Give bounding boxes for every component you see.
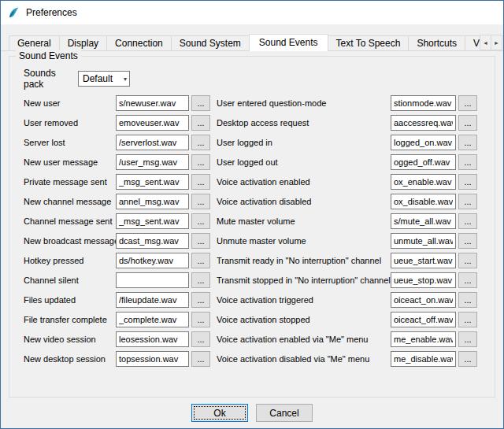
sound-event-row: Transmit stopped in "No interruption" ch… (217, 270, 477, 290)
browse-button[interactable]: ... (191, 351, 210, 367)
sounds-pack-row: Sounds pack Default ▾ (24, 71, 480, 87)
sound-event-row: User logged in... (217, 132, 477, 152)
sound-file-input[interactable] (116, 253, 189, 268)
sound-file-input[interactable] (116, 135, 189, 150)
sound-file-input[interactable] (116, 115, 189, 131)
tab-text-to-speech[interactable]: Text To Speech (328, 35, 410, 50)
browse-button[interactable]: ... (191, 253, 210, 268)
sound-event-label: File transfer complete (24, 315, 116, 324)
browse-button[interactable]: ... (191, 292, 210, 308)
sound-file-input[interactable] (391, 194, 456, 209)
sound-file-input[interactable] (116, 194, 189, 209)
events-grid: New user...User removed...Server lost...… (24, 93, 480, 368)
tab-scroll-left-icon[interactable]: ◄ (480, 35, 491, 50)
browse-button[interactable]: ... (191, 135, 210, 150)
browse-button[interactable]: ... (191, 154, 210, 170)
sound-event-label: Desktop access request (217, 118, 391, 128)
browse-button[interactable]: ... (458, 312, 477, 327)
tab-connection[interactable]: Connection (106, 35, 172, 50)
sounds-pack-select[interactable]: Default ▾ (78, 71, 130, 87)
sound-event-row: Hotkey pressed... (24, 250, 210, 270)
sound-event-label: New user message (24, 157, 116, 167)
sound-file-input[interactable] (116, 351, 189, 367)
tab-sound-events[interactable]: Sound Events (249, 34, 328, 51)
browse-button[interactable]: ... (191, 213, 210, 229)
sound-event-row: Transmit ready in "No interruption" chan… (217, 250, 477, 270)
sound-file-input[interactable] (391, 253, 456, 268)
footer: Ok Cancel (1, 404, 503, 422)
cancel-button[interactable]: Cancel (256, 404, 313, 422)
sound-event-label: Transmit ready in "No interruption" chan… (217, 256, 391, 265)
browse-button[interactable]: ... (458, 351, 477, 367)
sound-file-input[interactable] (116, 312, 189, 327)
browse-button[interactable]: ... (458, 115, 477, 131)
browse-button[interactable]: ... (458, 253, 477, 268)
browse-button[interactable]: ... (191, 115, 210, 131)
sound-file-input[interactable] (391, 95, 456, 111)
sound-file-input[interactable] (116, 233, 189, 249)
sound-file-input[interactable] (116, 95, 189, 111)
tab-display[interactable]: Display (59, 35, 107, 50)
sound-event-label: New broadcast message (24, 236, 116, 246)
sound-event-row: Voice activation stopped... (217, 309, 477, 329)
sound-event-label: Channel silent (24, 276, 116, 285)
sound-file-input[interactable] (391, 135, 456, 150)
sound-event-label: Mute master volume (217, 216, 391, 226)
browse-button[interactable]: ... (458, 272, 477, 288)
browse-button[interactable]: ... (191, 312, 210, 327)
sound-file-input[interactable] (116, 154, 189, 170)
tab-general[interactable]: General (9, 35, 60, 50)
sound-event-label: Voice activation enabled (217, 177, 391, 187)
tab-sound-system[interactable]: Sound System (171, 35, 250, 50)
sound-file-input[interactable] (116, 174, 189, 190)
browse-button[interactable]: ... (458, 292, 477, 308)
sound-file-input[interactable] (116, 213, 189, 229)
group-title: Sound Events (16, 50, 81, 61)
sound-file-input[interactable] (391, 115, 456, 131)
browse-button[interactable]: ... (458, 135, 477, 150)
sound-file-input[interactable] (391, 233, 456, 249)
browse-button[interactable]: ... (191, 95, 210, 111)
sound-file-input[interactable] (391, 351, 456, 367)
sound-file-input[interactable] (116, 292, 189, 308)
sound-event-row: Unmute master volume... (217, 231, 477, 250)
sound-event-label: Hotkey pressed (24, 256, 116, 265)
sound-event-row: User logged out... (217, 152, 477, 172)
sound-event-row: Voice activation disabled... (217, 191, 477, 211)
sound-event-label: Channel message sent (24, 216, 116, 226)
browse-button[interactable]: ... (458, 154, 477, 170)
sound-file-input[interactable] (391, 312, 456, 327)
sound-event-row: Voice activation enabled... (217, 172, 477, 191)
sounds-pack-label: Sounds pack (24, 68, 78, 90)
sound-file-input[interactable] (391, 213, 456, 229)
browse-button[interactable]: ... (458, 174, 477, 190)
sound-event-row: Voice activation disabled via "Me" menu.… (217, 349, 477, 368)
sound-event-label: Voice activation disabled (217, 197, 391, 206)
browse-button[interactable]: ... (458, 331, 477, 347)
sound-file-input[interactable] (391, 174, 456, 190)
sound-file-input[interactable] (116, 272, 189, 288)
sound-file-input[interactable] (391, 331, 456, 347)
browse-button[interactable]: ... (458, 194, 477, 209)
sound-event-row: Server lost... (24, 132, 210, 152)
sound-file-input[interactable] (391, 154, 456, 170)
tab-shortcuts[interactable]: Shortcuts (408, 35, 465, 50)
browse-button[interactable]: ... (191, 233, 210, 249)
sound-file-input[interactable] (391, 272, 456, 288)
window-title: Preferences (26, 7, 77, 18)
tab-bar: GeneralDisplayConnectionSound SystemSoun… (9, 34, 503, 50)
tab-scroll-right-icon[interactable]: ► (491, 35, 502, 50)
browse-button[interactable]: ... (458, 95, 477, 111)
ok-button[interactable]: Ok (191, 404, 248, 422)
browse-button[interactable]: ... (191, 331, 210, 347)
browse-button[interactable]: ... (191, 194, 210, 209)
sound-file-input[interactable] (116, 331, 189, 347)
browse-button[interactable]: ... (191, 272, 210, 288)
tab-scrollers: ◄ ► (480, 35, 502, 50)
sound-file-input[interactable] (391, 292, 456, 308)
browse-button[interactable]: ... (191, 174, 210, 190)
browse-button[interactable]: ... (458, 233, 477, 249)
sound-event-label: User entered question-mode (217, 98, 391, 108)
browse-button[interactable]: ... (458, 213, 477, 229)
sound-event-label: User removed (24, 118, 116, 128)
